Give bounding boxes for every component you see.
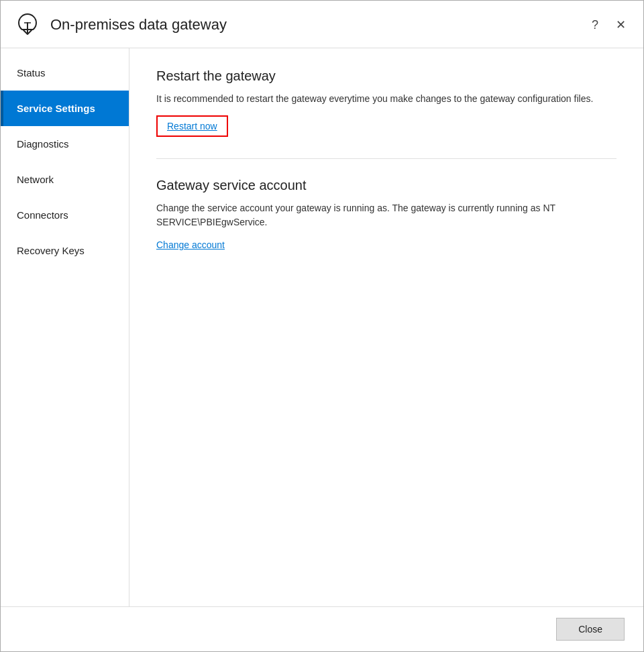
restart-section: Restart the gateway It is recommended to… — [156, 68, 616, 137]
sidebar-item-status[interactable]: Status — [1, 55, 129, 91]
account-description: Change the service account your gateway … — [156, 201, 616, 229]
sidebar-item-network[interactable]: Network — [1, 162, 129, 197]
account-title: Gateway service account — [156, 178, 616, 193]
gateway-icon — [14, 11, 41, 38]
account-section: Gateway service account Change the servi… — [156, 178, 616, 251]
sidebar-item-diagnostics[interactable]: Diagnostics — [1, 126, 129, 162]
app-title: On-premises data gateway — [50, 16, 576, 34]
app-window: On-premises data gateway ? ✕ Status Serv… — [0, 0, 644, 652]
close-button[interactable]: Close — [556, 618, 625, 641]
window-close-button[interactable]: ✕ — [611, 15, 630, 34]
restart-description: It is recommended to restart the gateway… — [156, 92, 616, 106]
title-bar: On-premises data gateway ? ✕ — [1, 1, 643, 48]
sidebar-item-service-settings[interactable]: Service Settings — [1, 91, 129, 126]
restart-title: Restart the gateway — [156, 68, 616, 84]
help-button[interactable]: ? — [586, 15, 604, 34]
sidebar-item-recovery-keys[interactable]: Recovery Keys — [1, 233, 129, 268]
footer: Close — [1, 606, 643, 651]
restart-now-link[interactable]: Restart now — [156, 115, 228, 137]
content-area: Status Service Settings Diagnostics Netw… — [1, 48, 643, 606]
change-account-link[interactable]: Change account — [156, 239, 225, 250]
title-actions: ? ✕ — [586, 15, 630, 34]
sidebar: Status Service Settings Diagnostics Netw… — [1, 48, 129, 606]
section-divider — [156, 158, 616, 159]
main-content: Restart the gateway It is recommended to… — [129, 48, 643, 606]
sidebar-item-connectors[interactable]: Connectors — [1, 197, 129, 233]
